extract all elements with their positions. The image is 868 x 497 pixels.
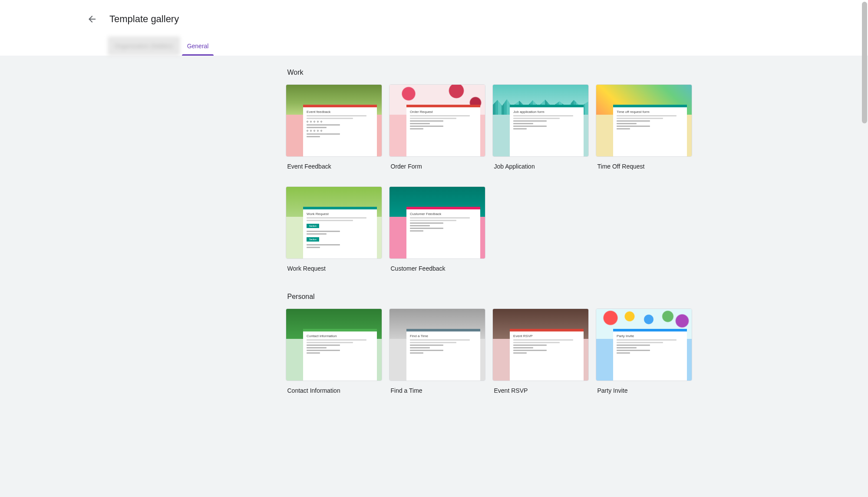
template-card-time-off-request[interactable]: Time off request formTime Off Request: [596, 84, 692, 170]
thumb-line: [307, 133, 340, 135]
thumb-line: [410, 352, 423, 354]
template-thumb: Party Invite: [596, 308, 692, 381]
back-button[interactable]: [82, 9, 102, 30]
tab-organization[interactable]: Organization (hidden): [108, 36, 180, 56]
thumb-line: [513, 123, 533, 124]
template-title: Customer Feedback: [389, 265, 485, 272]
thumb-line: [513, 345, 547, 346]
thumb-line: [410, 128, 423, 129]
template-thumb: Customer Feedback: [389, 186, 485, 259]
thumb-line: [617, 342, 663, 343]
scrollbar[interactable]: [862, 0, 867, 497]
thumb-line: [410, 345, 443, 346]
thumb-line: [410, 342, 456, 343]
thumb-line: [513, 128, 527, 129]
template-thumb: Find a Time: [389, 308, 485, 381]
thumb-line: [513, 352, 527, 354]
tabs: Organization (hidden) General: [0, 36, 868, 56]
thumb-line: [307, 217, 366, 219]
template-title: Job Application: [492, 163, 589, 170]
thumb-line: [307, 347, 327, 348]
thumb-form-title: Job application form: [513, 110, 580, 114]
thumb-line: [307, 345, 340, 346]
thumb-line: [307, 233, 327, 235]
thumb-line: [307, 136, 320, 137]
thumb-form-title: Event RSVP: [513, 334, 580, 338]
thumb-line: [617, 352, 630, 354]
arrow-left-icon: [87, 14, 97, 24]
thumb-line: [410, 228, 443, 229]
thumb-line: [617, 123, 637, 124]
template-title: Find a Time: [389, 387, 485, 394]
scrollbar-thumb[interactable]: [862, 2, 867, 123]
thumb-line: [410, 126, 443, 127]
thumb-rating-row: [307, 121, 373, 123]
template-title: Time Off Request: [596, 163, 692, 170]
thumb-line: [307, 127, 327, 128]
thumb-section-badge: Section: [307, 237, 319, 242]
thumb-form-title: Time off request form: [617, 110, 683, 114]
thumb-form-preview: Find a Time: [406, 329, 480, 381]
thumb-form-preview: Party Invite: [613, 329, 686, 381]
thumb-line: [617, 126, 650, 127]
thumb-line: [617, 118, 663, 119]
thumb-form-title: Work Request: [307, 212, 373, 216]
template-title: Event Feedback: [286, 163, 382, 170]
header: Template gallery: [0, 0, 868, 36]
thumb-line: [513, 118, 560, 119]
gallery: Work Event feedbackEvent FeedbackOrder R…: [178, 69, 690, 394]
template-card-order-form[interactable]: Order RequestOrder Form: [389, 84, 485, 170]
thumb-line: [410, 120, 443, 122]
thumb-line: [410, 350, 443, 351]
thumb-form-title: Order Request: [410, 110, 476, 114]
thumb-line: [513, 347, 533, 348]
template-title: Order Form: [389, 163, 485, 170]
section-title-work: Work: [287, 69, 682, 76]
thumb-form-preview: Order Request: [406, 105, 480, 156]
thumb-section-badge: Section: [307, 224, 319, 228]
thumb-line: [307, 350, 340, 351]
thumb-form-preview: Time off request form: [613, 105, 686, 156]
template-card-customer-feedback[interactable]: Customer FeedbackCustomer Feedback: [389, 186, 485, 272]
template-title: Event RSVP: [492, 387, 589, 394]
thumb-form-title: Contact information: [307, 334, 373, 338]
grid-work: Event feedbackEvent FeedbackOrder Reques…: [286, 84, 682, 272]
template-title: Work Request: [286, 265, 382, 272]
template-title: Contact Information: [286, 387, 382, 394]
thumb-line: [307, 247, 320, 248]
template-card-event-feedback[interactable]: Event feedbackEvent Feedback: [286, 84, 382, 170]
thumb-line: [617, 339, 677, 341]
template-card-contact-information[interactable]: Contact informationContact Information: [286, 308, 382, 394]
thumb-line: [410, 220, 456, 221]
template-card-job-application[interactable]: Job application formJob Application: [492, 84, 589, 170]
thumb-form-title: Event feedback: [307, 110, 373, 114]
template-card-party-invite[interactable]: Party InviteParty Invite: [596, 308, 692, 394]
template-card-work-request[interactable]: Work RequestSectionSectionWork Request: [286, 186, 382, 272]
thumb-line: [410, 115, 470, 116]
thumb-line: [410, 347, 430, 348]
thumb-form-preview: Event RSVP: [510, 329, 583, 381]
template-card-event-rsvp[interactable]: Event RSVPEvent RSVP: [492, 308, 589, 394]
thumb-rating-row: [307, 130, 373, 132]
grid-personal: Contact informationContact InformationFi…: [286, 308, 682, 394]
template-thumb: Event feedback: [286, 84, 382, 157]
thumb-line: [617, 128, 630, 129]
thumb-form-preview: Job application form: [510, 105, 583, 156]
thumb-line: [513, 115, 573, 116]
thumb-form-preview: Event feedback: [303, 105, 376, 156]
thumb-line: [410, 225, 430, 226]
template-thumb: Contact information: [286, 308, 382, 381]
template-thumb: Event RSVP: [492, 308, 589, 381]
thumb-line: [617, 350, 650, 351]
thumb-line: [410, 339, 470, 341]
thumb-line: [617, 120, 650, 122]
template-card-find-a-time[interactable]: Find a TimeFind a Time: [389, 308, 485, 394]
thumb-line: [410, 217, 470, 219]
template-title: Party Invite: [596, 387, 692, 394]
thumb-line: [307, 231, 340, 232]
tab-general[interactable]: General: [180, 36, 216, 56]
template-thumb: Order Request: [389, 84, 485, 157]
thumb-form-preview: Contact information: [303, 329, 376, 381]
thumb-form-preview: Customer Feedback: [406, 207, 480, 258]
template-thumb: Job application form: [492, 84, 589, 157]
